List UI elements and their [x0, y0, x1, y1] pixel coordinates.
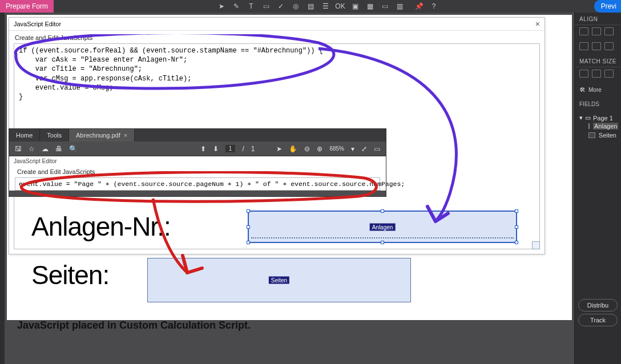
- tab-tools[interactable]: Tools: [40, 129, 69, 141]
- resize-grip-icon[interactable]: [532, 241, 540, 249]
- tab-document[interactable]: Abrechnung.pdf ×: [69, 129, 135, 141]
- page-current[interactable]: 1: [225, 145, 236, 152]
- zoom-out-icon[interactable]: ⊖: [304, 145, 310, 153]
- right-panel: ALIGN MATCH SIZE 🛠 More FIELDS ▾ ▭ Page …: [574, 13, 621, 364]
- tree-field-seiten[interactable]: Seiten: [579, 131, 616, 140]
- form-tool-icons: ➤ ✎ T ▭ ✓ ◎ ▤ ☰ OK ▣ ▦ ▭ ▥ 📌 ?: [217, 0, 438, 13]
- js-editor-2-fieldset-label: Create and Edit JavaScripts: [9, 166, 386, 176]
- fields-tree: ▾ ▭ Page 1 Anlagen Seiten: [575, 111, 621, 143]
- more-label: More: [588, 87, 602, 93]
- align-icons-row2: [575, 40, 621, 55]
- fields-section-label: FIELDS: [575, 98, 621, 111]
- more-icon: 🛠: [579, 87, 585, 93]
- tree-page-label: Page 1: [593, 115, 613, 122]
- zoom-in-icon[interactable]: ⊕: [317, 145, 322, 153]
- align-center-icon[interactable]: [592, 27, 601, 35]
- signature-tool-icon[interactable]: ✎: [232, 2, 241, 11]
- field-seiten-tag: Seiten: [269, 277, 289, 284]
- hand-icon[interactable]: ✋: [289, 145, 297, 153]
- field-anlagen[interactable]: Anlagen: [248, 211, 517, 242]
- date-tool-icon[interactable]: ▦: [365, 2, 374, 11]
- pdf-viewer-overlay: Home Tools Abrechnung.pdf × 🖫 ☆ ☁ 🖶 🔍 ⬆ …: [9, 128, 386, 197]
- js-editor-code-2[interactable]: event.value = "Page " + (event.source.so…: [15, 177, 380, 191]
- tree-field-anlagen[interactable]: Anlagen: [579, 122, 616, 131]
- match-height-icon[interactable]: [592, 70, 601, 78]
- print-icon[interactable]: 🖶: [55, 145, 62, 153]
- label-seiten: Seiten:: [31, 260, 109, 290]
- align-icons-row1: [575, 25, 621, 40]
- close-icon[interactable]: ×: [535, 19, 540, 29]
- label-anlagen-nr: Anlagen-Nr.:: [31, 211, 171, 242]
- page-total: 1: [251, 145, 255, 153]
- fit-page-icon[interactable]: ▭: [374, 145, 380, 153]
- viewer-tabstrip: Home Tools Abrechnung.pdf ×: [9, 129, 386, 141]
- text-field-tool-icon[interactable]: T: [247, 2, 256, 11]
- star-icon[interactable]: ☆: [29, 145, 35, 153]
- js-editor-2-title: JavaScript Editor: [9, 156, 386, 166]
- align-top-icon[interactable]: [579, 42, 588, 50]
- viewer-toolbar: 🖫 ☆ ☁ 🖶 🔍 ⬆ ⬇ 1 / 1 ➤ ✋ ⊖ ⊕ 685% ▾ ⤢ ▭: [9, 141, 386, 156]
- field-anlagen-tag: Anlagen: [370, 223, 396, 230]
- fit-width-icon[interactable]: ⤢: [361, 145, 367, 153]
- text-field-icon: [588, 132, 595, 138]
- distribute-button[interactable]: Distribu: [578, 299, 618, 312]
- js-editor-fieldset-label: Create and Edit JavaScripts: [9, 31, 545, 42]
- match-size-icons: [575, 67, 621, 82]
- align-left-icon[interactable]: [579, 27, 588, 35]
- tab-document-label: Abrechnung.pdf: [76, 132, 120, 139]
- chevron-down-icon: ▾: [579, 114, 583, 122]
- button-tool-icon[interactable]: OK: [336, 2, 345, 11]
- pointer-icon[interactable]: ➤: [276, 145, 282, 153]
- barcode-tool-icon[interactable]: ▥: [395, 2, 404, 11]
- dropdown-tool-icon[interactable]: ☰: [321, 2, 330, 11]
- tree-field-anlagen-label: Anlagen: [593, 123, 618, 130]
- text-field-icon: [588, 123, 590, 129]
- preview-button[interactable]: Previ: [594, 0, 621, 13]
- textarea-tool-icon[interactable]: ▭: [261, 2, 271, 11]
- checkbox-tool-icon[interactable]: ✓: [276, 2, 285, 11]
- cloud-icon[interactable]: ☁: [42, 145, 49, 153]
- tab-home[interactable]: Home: [9, 129, 40, 141]
- tree-page-row[interactable]: ▾ ▭ Page 1: [579, 114, 616, 122]
- match-both-icon[interactable]: [604, 70, 614, 78]
- align-right-icon[interactable]: [604, 27, 614, 35]
- js-editor-title: JavaScript Editor: [14, 21, 61, 27]
- page-down-icon[interactable]: ⬇: [213, 145, 219, 153]
- align-bottom-icon[interactable]: [604, 42, 614, 50]
- tree-field-seiten-label: Seiten: [599, 132, 616, 139]
- pointer-tool-icon[interactable]: ➤: [217, 2, 226, 11]
- save-icon[interactable]: 🖫: [15, 145, 22, 153]
- js-editor-window-2: JavaScript Editor Create and Edit JavaSc…: [9, 156, 386, 191]
- page-up-icon[interactable]: ⬆: [200, 145, 206, 153]
- left-rail: [0, 13, 5, 364]
- page-icon: ▭: [585, 114, 591, 122]
- radio-tool-icon[interactable]: ◎: [291, 2, 300, 11]
- more-button[interactable]: 🛠 More: [575, 82, 621, 98]
- tab-close-icon[interactable]: ×: [124, 132, 127, 139]
- search-icon[interactable]: 🔍: [69, 145, 78, 153]
- app-toolbar: Prepare Form ➤ ✎ T ▭ ✓ ◎ ▤ ☰ OK ▣ ▦ ▭ ▥ …: [0, 0, 621, 13]
- signature-field-tool-icon[interactable]: ▭: [380, 2, 389, 11]
- align-section-label: ALIGN: [575, 13, 621, 25]
- match-width-icon[interactable]: [579, 70, 588, 78]
- zoom-level[interactable]: 685%: [329, 145, 344, 152]
- listbox-tool-icon[interactable]: ▤: [306, 2, 315, 11]
- track-button[interactable]: Track: [578, 314, 618, 326]
- field-seiten[interactable]: Seiten: [147, 258, 411, 302]
- zoom-dropdown-icon[interactable]: ▾: [351, 145, 354, 153]
- align-middle-icon[interactable]: [592, 42, 601, 50]
- page-sep: /: [242, 145, 244, 153]
- image-tool-icon[interactable]: ▣: [350, 2, 360, 11]
- match-size-label: MATCH SIZE: [575, 55, 621, 67]
- mode-prepare-form: Prepare Form: [0, 0, 54, 13]
- help-icon[interactable]: ?: [429, 2, 438, 11]
- figure-caption: JavaScript placed in Custom Calculation …: [17, 319, 251, 331]
- pin-icon[interactable]: 📌: [414, 2, 424, 11]
